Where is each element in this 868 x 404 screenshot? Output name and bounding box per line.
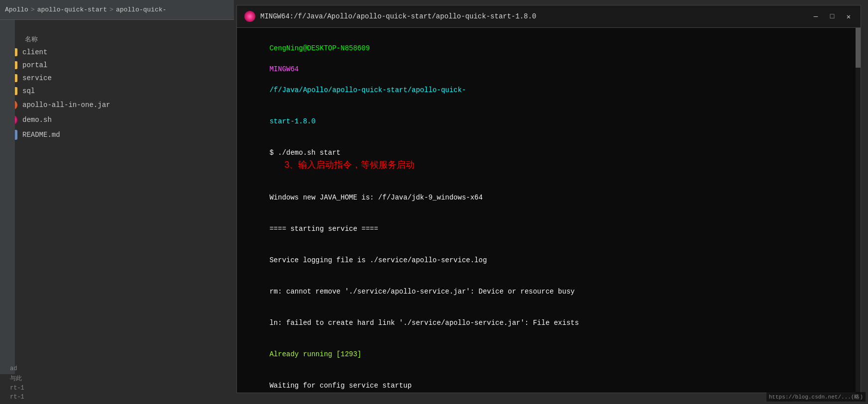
bottom-label-rt1b: rt-1 [2, 393, 231, 402]
terminal-line-ln-service: ln: failed to create hard link './servic… [244, 307, 853, 339]
terminal-line-already-1293: Already running [1293] [244, 339, 853, 370]
file-item-demo[interactable]: demo.sh [0, 112, 234, 127]
terminal-controls: — □ ✕ [811, 12, 853, 21]
annotation-start: 3、输入启动指令，等候服务启动 [284, 160, 415, 170]
file-name-sql: sql [22, 87, 35, 95]
file-item-sql[interactable]: sql [0, 85, 234, 98]
file-tree-header-row [0, 25, 234, 33]
sidebar-strip [0, 20, 15, 404]
breadcrumb-quick-start[interactable]: apollo-quick-start [37, 6, 107, 13]
file-name-readme: README.md [22, 131, 60, 139]
column-header-name: 名称 [0, 33, 234, 46]
terminal-line-rm-service: rm: cannot remove './service/apollo-serv… [244, 276, 853, 307]
file-item-service[interactable]: service [0, 72, 234, 85]
terminal-titlebar: MINGW64:/f/Java/Apollo/apollo-quick-star… [237, 5, 861, 28]
terminal-line-service-log: Service logging file is ./service/apollo… [244, 245, 853, 276]
prompt-user: CengNing@DESKTOP-N858609 [269, 44, 370, 52]
terminal-line-waiting-config: Waiting for config service startup [244, 370, 853, 394]
terminal-window: MINGW64:/f/Java/Apollo/apollo-quick-star… [236, 5, 861, 393]
bottom-label-ad: ad [2, 364, 231, 373]
bottom-labels: ad 与此 rt-1 rt-1 [0, 374, 234, 404]
breadcrumb-version[interactable]: apollo-quick- [116, 6, 166, 13]
watermark: https://blog.csdn.net/...(略) [766, 392, 866, 402]
file-name-demo: demo.sh [22, 116, 52, 124]
breadcrumb-sep-2: > [109, 6, 113, 13]
minimize-button[interactable]: — [811, 12, 820, 21]
breadcrumb-apollo[interactable]: Apollo [5, 6, 28, 13]
terminal-scrollbar[interactable] [856, 28, 861, 394]
terminal-title: MINGW64:/f/Java/Apollo/apollo-quick-star… [260, 12, 811, 20]
cmd-text: $ ./demo.sh start [269, 149, 340, 157]
terminal-line-java-home: Windows new JAVA_HOME is: /f/Java/jdk-9_… [244, 182, 853, 213]
prompt-space2 [269, 76, 273, 84]
already-running-1293: Already running [1293] [269, 350, 361, 358]
bottom-label-rt1a: rt-1 [2, 384, 231, 393]
file-name-jar: apollo-all-in-one.jar [22, 101, 110, 109]
waiting-config-text: Waiting for config service startup [269, 382, 412, 390]
prompt-path-start: /f/Java/Apollo/apollo-quick-start/apollo… [269, 86, 466, 94]
file-item-portal[interactable]: portal [0, 59, 234, 72]
terminal-scrollbar-thumb[interactable] [856, 28, 861, 68]
ln-service-text: ln: failed to create hard link './servic… [269, 319, 579, 327]
maximize-button[interactable]: □ [828, 12, 837, 21]
terminal-line-prompt-start: CengNing@DESKTOP-N858609 MINGW64 /f/Java… [244, 33, 853, 106]
breadcrumb-sep-1: > [31, 6, 35, 13]
close-button[interactable]: ✕ [844, 12, 853, 21]
file-item-readme[interactable]: M↓ README.md [0, 127, 234, 142]
file-tree: 名称 client portal service sql ☕ apollo-al… [0, 20, 234, 147]
starting-service-text: ==== starting service ==== [269, 225, 378, 233]
service-log-text: Service logging file is ./service/apollo… [269, 256, 487, 264]
file-item-client[interactable]: client [0, 46, 234, 59]
breadcrumb: Apollo > apollo-quick-start > apollo-qui… [0, 0, 234, 20]
bottom-label-context: 与此 [2, 373, 231, 384]
file-name-service: service [22, 74, 52, 82]
terminal-line-cmd: $ ./demo.sh start 3、输入启动指令，等候服务启动 [244, 137, 853, 182]
prompt-path-cont: start-1.8.0 [269, 117, 315, 125]
terminal-app-icon [244, 11, 255, 22]
terminal-line-starting-service: ==== starting service ==== [244, 213, 853, 245]
file-explorer: Apollo > apollo-quick-start > apollo-qui… [0, 0, 234, 404]
java-home-text: Windows new JAVA_HOME is: /f/Java/jdk-9_… [269, 194, 482, 202]
file-name-client: client [22, 48, 47, 56]
terminal-body: CengNing@DESKTOP-N858609 MINGW64 /f/Java… [237, 28, 861, 394]
prompt-space [269, 55, 273, 63]
rm-service-text: rm: cannot remove './service/apollo-serv… [269, 288, 574, 296]
terminal-line-path-cont: start-1.8.0 [244, 106, 853, 137]
file-name-portal: portal [22, 61, 47, 69]
prompt-env: MINGW64 [269, 65, 299, 73]
file-item-jar[interactable]: ☕ apollo-all-in-one.jar [0, 98, 234, 112]
